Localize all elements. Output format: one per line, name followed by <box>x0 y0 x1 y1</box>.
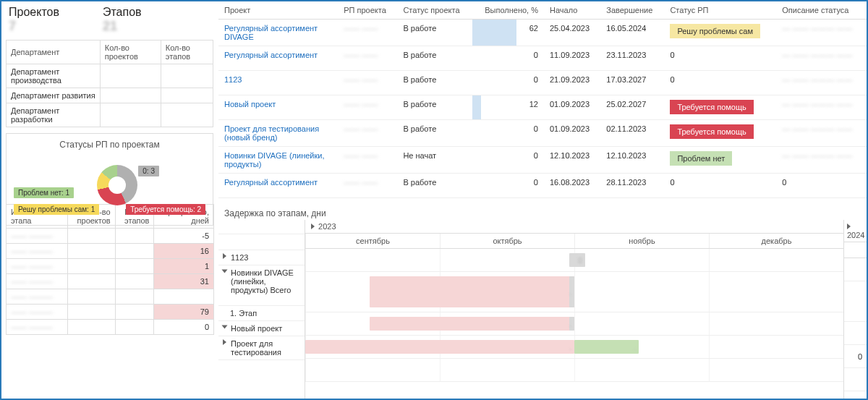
gantt-row-label[interactable]: 1123 <box>218 250 305 265</box>
gantt-month-header[interactable]: декабрь <box>709 234 843 248</box>
project-link[interactable]: Новый проект <box>224 100 276 108</box>
department-table[interactable]: Департамент Кол-во проектов Кол-во этапо… <box>6 40 213 127</box>
project-row[interactable]: Проект для тестирования (новый бренд)—— … <box>218 120 867 147</box>
stage-row[interactable]: —— ——— 1 <box>7 259 214 274</box>
gantt-bar[interactable]: . <box>569 317 574 331</box>
projects-header-2[interactable]: Статус проекта <box>397 1 472 20</box>
proj-end: 17.03.2027 <box>600 71 664 95</box>
proj-status: Не начат <box>397 147 472 174</box>
gantt-bar[interactable]: . <box>569 276 574 307</box>
donut-legend-ok[interactable]: Проблем нет: 1 <box>14 187 74 198</box>
gantt-year-right[interactable]: 2024 <box>847 231 864 239</box>
project-link[interactable]: Регулярный ассортимент <box>224 178 318 187</box>
donut-legend-self[interactable]: Решу проблемы сам: 1 <box>14 204 99 215</box>
project-link[interactable]: Регулярный ассортимент DIVAGE <box>224 24 318 41</box>
proj-start: 12.10.2023 <box>544 147 600 174</box>
proj-end: 28.11.2023 <box>600 174 664 198</box>
stage-row[interactable]: —— ——— <box>7 289 214 305</box>
gantt-row-label[interactable]: Новый проект <box>218 321 305 336</box>
dept-stages <box>161 64 213 88</box>
stage-row[interactable]: —— ——— 0 <box>7 320 214 335</box>
stage-row[interactable]: —— ——— 16 <box>7 244 214 259</box>
proj-start: 16.08.2023 <box>544 174 600 198</box>
gantt-body-row[interactable]: .. <box>305 312 843 336</box>
gantt-bar[interactable]: . <box>370 317 574 331</box>
gantt-month-header[interactable]: ноябрь <box>574 234 709 248</box>
donut-legend-none[interactable]: 0: 3 <box>138 166 159 176</box>
project-row[interactable]: Новый проект—— ——В работе1201.09.202325.… <box>218 95 867 120</box>
project-link[interactable]: Проект для тестирования (новый бренд) <box>224 124 319 142</box>
dept-header-projects[interactable]: Кол-во проектов <box>100 41 161 64</box>
dept-header-name[interactable]: Департамент <box>7 41 101 64</box>
proj-desc: — —— ——— —— <box>776 147 867 174</box>
expand-year-right-icon[interactable] <box>847 224 851 229</box>
project-link[interactable]: Новинки DIVAGE (линейки, продукты) <box>224 151 325 169</box>
project-link[interactable]: Регулярный ассортимент <box>224 51 318 59</box>
gantt-right-value <box>844 322 867 345</box>
expand-year-icon[interactable] <box>311 224 315 229</box>
stage-s <box>115 274 154 289</box>
gantt-month-header[interactable]: октябрь <box>440 234 574 248</box>
stage-row[interactable]: —— ——— 31 <box>7 274 214 289</box>
project-row[interactable]: Регулярный ассортимент DIVAGE—— ——В рабо… <box>218 20 867 46</box>
gantt-row-label[interactable]: 1. Этап <box>218 306 305 321</box>
proj-end: 25.02.2027 <box>600 95 664 120</box>
rp-status-text: 0 <box>670 178 674 187</box>
dept-row[interactable]: Департамент разработки <box>7 103 213 127</box>
gantt-bar[interactable]: . <box>305 340 574 354</box>
stage-p <box>68 305 116 320</box>
rp-status-badge: Решу проблемы сам <box>670 24 760 38</box>
gantt-month-header[interactable]: сентябрь <box>305 234 440 248</box>
projects-header-0[interactable]: Проект <box>218 1 338 20</box>
proj-status: В работе <box>397 71 472 95</box>
projects-table[interactable]: ПроектРП проектаСтатус проектаВыполнено,… <box>218 1 867 198</box>
projects-header-4[interactable]: Начало <box>544 1 600 20</box>
projects-header-3[interactable]: Выполнено, % <box>472 1 544 20</box>
proj-rp: —— —— <box>338 20 397 46</box>
dept-row[interactable]: Департамент производства <box>7 64 213 88</box>
rp-status-badge: Требуется помощь <box>670 124 753 139</box>
gantt-row-label[interactable]: Новинки DIVAGE (линейки, продукты) Всего <box>218 265 305 306</box>
proj-status: В работе <box>397 174 472 198</box>
proj-rp: —— —— <box>338 46 397 71</box>
kpi-stages-value: 21 <box>103 19 142 34</box>
dept-projects <box>100 103 161 127</box>
proj-rp-status: Проблем нет <box>664 147 776 174</box>
expand-row-icon[interactable] <box>222 270 228 273</box>
gantt-chart[interactable]: Задержка по этапам, дни 1123Новинки DIVA… <box>218 204 867 399</box>
stage-late: 1 <box>154 259 214 274</box>
rp-status-text: 0 <box>670 51 674 59</box>
dept-name: Департамент производства <box>7 64 101 88</box>
project-row[interactable]: 1123—— ——В работе021.09.202317.03.20270—… <box>218 71 867 95</box>
expand-row-icon[interactable] <box>223 253 226 259</box>
stage-row[interactable]: —— ——— 79 <box>7 305 214 320</box>
gantt-body-row[interactable] <box>305 359 843 382</box>
proj-rp: —— —— <box>338 71 397 95</box>
gantt-body-row[interactable]: .. <box>305 272 843 312</box>
gantt-body-row[interactable]: .. <box>305 336 843 359</box>
expand-row-icon[interactable] <box>222 325 228 329</box>
stage-row[interactable]: —— ——— -5 <box>7 229 214 244</box>
stage-exec: —— ——— <box>7 229 68 244</box>
project-row[interactable]: Новинки DIVAGE (линейки, продукты)—— ——Н… <box>218 147 867 174</box>
dept-row[interactable]: Департамент развития <box>7 88 213 103</box>
gantt-bar[interactable]: . <box>574 340 639 354</box>
gantt-bar[interactable]: . <box>370 276 574 307</box>
project-link[interactable]: 1123 <box>224 75 242 84</box>
projects-header-1[interactable]: РП проекта <box>338 1 397 20</box>
gantt-row-label[interactable]: Проект для тестирования <box>218 336 305 360</box>
projects-header-7[interactable]: Описание статуса <box>776 1 867 20</box>
projects-header-6[interactable]: Статус РП <box>664 1 776 20</box>
donut-chart[interactable] <box>97 165 137 205</box>
gantt-year-left[interactable]: 2023 <box>318 222 336 231</box>
project-row[interactable]: Регулярный ассортимент—— ——В работе016.0… <box>218 174 867 198</box>
project-row[interactable]: Регулярный ассортимент—— ——В работе011.0… <box>218 46 867 71</box>
donut-legend-help[interactable]: Требуется помощь: 2 <box>126 204 205 215</box>
proj-pct: 0 <box>472 147 544 174</box>
dept-header-stages[interactable]: Кол-во этапов <box>161 41 213 64</box>
expand-row-icon[interactable] <box>223 339 226 345</box>
gantt-body-row[interactable]: 0 <box>305 249 843 272</box>
projects-header-5[interactable]: Завершение <box>600 1 664 20</box>
proj-status: В работе <box>397 46 472 71</box>
donut-title: Статусы РП по проектам <box>11 140 208 150</box>
